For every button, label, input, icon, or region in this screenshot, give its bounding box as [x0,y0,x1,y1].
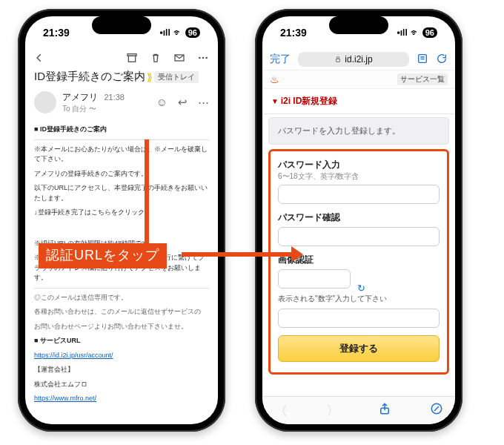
service-url-link[interactable]: https://id.i2i.jp/usr/account/ [34,352,113,359]
password-hint: 6〜18文字、英字/数字含 [278,171,440,182]
archive-icon[interactable] [126,52,138,64]
battery-value: 96 [425,28,434,37]
divider [34,288,209,289]
trash-icon[interactable] [150,52,162,64]
svg-line-12 [434,406,439,411]
sender-name: アメフリ [62,92,98,102]
confirm-label: パスワード確認 [278,211,440,224]
svg-point-4 [202,57,205,59]
recipient-line[interactable]: To 自分 〜 [62,104,150,114]
back-nav-icon[interactable]: 〈 [274,402,288,420]
wifi-icon: ᯤ [173,27,182,38]
arrow-right [182,252,293,257]
readonly-note-1: ◎このメールは送信専用です。 [34,293,209,303]
page-desc: パスワードを入力し登録します。 [268,117,449,145]
service-list-button[interactable]: サービス一覧 [397,73,448,85]
arrow-down [145,139,149,248]
readonly-note-2: 各種お問い合わせは、このメールに返信せずサービスの [34,307,209,317]
intro-line-1: アメフリの登録手続きのご案内です。 [34,169,209,179]
battery-value: 96 [188,28,197,37]
inbox-chip: 受信トレイ [154,71,199,83]
battery-indicator: 96 [422,27,437,38]
captcha-input[interactable] [278,309,440,328]
password-input[interactable] [278,185,440,204]
more-icon[interactable] [197,52,209,64]
svg-rect-6 [336,59,340,62]
page-title: i2i ID新規登録 [262,89,455,114]
back-icon[interactable] [34,53,44,63]
body-heading: ■ ID登録手続きのご案内 [34,125,209,135]
screen-browser: 21:39 •ıll ᯤ 96 完了 id.i2i.jp [262,16,455,424]
signal-icon: •ıll [160,27,170,38]
battery-indicator: 96 [185,27,200,38]
forward-nav-icon[interactable]: 〉 [326,402,339,420]
svg-point-3 [199,57,201,59]
lock-icon [334,56,342,63]
wifi-icon: ᯤ [411,27,420,38]
dynamic-island [92,16,151,34]
done-button[interactable]: 完了 [270,53,291,66]
company-label: 【運営会社】 [34,365,209,375]
mail-icon[interactable] [173,52,185,64]
captcha-image [278,269,351,289]
dynamic-island [329,16,388,34]
company-name: 株式会社エムフロ [34,380,209,390]
intro-line-2: 以下のURLにアクセスし、本登録完了の手続きをお願いいたします。 [34,183,209,203]
safari-toolbar: 完了 id.i2i.jp [262,49,455,70]
fire-icon[interactable]: ♨ [270,73,279,85]
reader-icon[interactable] [417,53,428,67]
safari-bottom-bar: 〈 〉 [262,396,455,424]
importance-marker-icon: ⟫ [147,71,153,83]
svg-rect-1 [128,56,135,62]
site-bar: ♨ サービス一覧 [262,70,455,89]
signal-icon: •ıll [397,27,408,38]
password-label: パスワード入力 [278,159,440,171]
click-prompt: ↓登録手続き完了はこちらをクリック↓ [34,208,209,218]
svg-point-5 [205,57,208,59]
clock: 21:39 [280,27,307,39]
warning-line: ※本メールにお心あたりがない場合は、※メールを破棄して下さい。 [34,145,209,165]
captcha-refresh-icon[interactable]: ↻ [357,283,365,294]
captcha-note: 表示される"数字"入力して下さい [278,294,440,304]
subject-line: ID登録手続きのご案内 ⟫ 受信トレイ [25,68,218,88]
divider [34,139,209,140]
readonly-note-3: お問い合わせページよりお問い合わせ下さいませ。 [34,322,209,332]
avatar [34,91,56,113]
service-url-label: ■ サービスURL [34,336,209,346]
address-bar[interactable]: id.i2i.jp [298,52,409,67]
safari-icon[interactable] [430,402,443,419]
mail-toolbar [25,49,218,68]
sender-row: アメフリ 21:38 To 自分 〜 ☺ ↩ ⋯ [25,88,218,119]
reply-icon[interactable]: ↩ [178,96,188,109]
clock: 21:39 [43,27,70,39]
screen-email: 21:39 •ıll ᯤ 96 [25,16,218,424]
address-text: id.i2i.jp [345,54,372,65]
register-button[interactable]: 登録する [278,335,440,362]
refresh-icon[interactable] [436,53,448,67]
share-icon[interactable] [378,402,391,419]
subject-text: ID登録手続きのご案内 [34,70,145,84]
callout-badge: 認証URLをタップ [39,243,167,268]
react-icon[interactable]: ☺ [156,96,168,109]
confirm-input[interactable] [278,227,440,246]
company-url-link[interactable]: https://www.mfro.net/ [34,395,96,402]
phone-left: 21:39 •ıll ᯤ 96 [18,9,225,432]
sender-more-icon[interactable]: ⋯ [198,96,209,109]
sender-time: 21:38 [104,93,125,102]
phone-right: 21:39 •ıll ᯤ 96 完了 id.i2i.jp [255,9,462,432]
